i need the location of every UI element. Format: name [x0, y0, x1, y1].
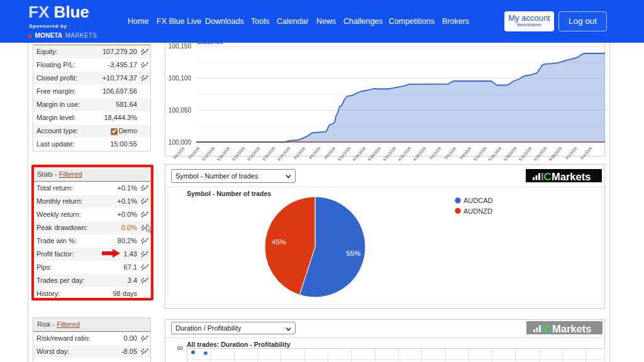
- svg-text:AUDNZD: AUDNZD: [464, 207, 492, 215]
- svg-text:45%: 45%: [272, 238, 286, 246]
- svg-text:AUDCAD: AUDCAD: [464, 197, 493, 204]
- svg-text:55%: 55%: [346, 250, 360, 257]
- svg-text:Markets: Markets: [552, 171, 591, 182]
- svg-text:IC: IC: [541, 171, 552, 182]
- svg-text:IC: IC: [541, 323, 552, 334]
- svg-text:Markets: Markets: [552, 323, 591, 334]
